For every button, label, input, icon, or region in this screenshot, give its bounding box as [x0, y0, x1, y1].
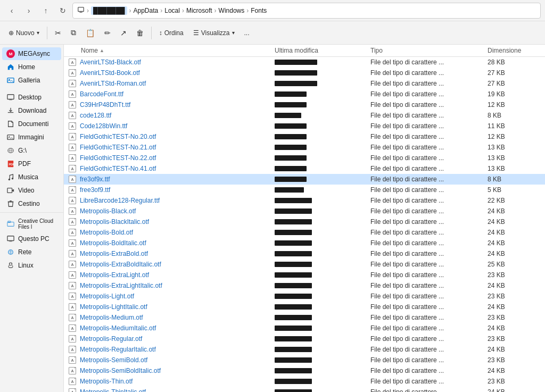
share-button[interactable]: ↗	[116, 27, 131, 39]
date-bar	[275, 336, 312, 341]
table-row[interactable]: A FieldGothicTEST-No.22.otf File del tip…	[64, 153, 545, 163]
table-row[interactable]: A FieldGothicTEST-No.41.otf File del tip…	[64, 163, 545, 174]
view-button[interactable]: ☰ Visualizza ▾	[189, 27, 239, 39]
file-list[interactable]: A AvenirLTStd-Black.otf File del tipo di…	[64, 57, 545, 392]
up-button[interactable]: ↑	[38, 3, 53, 18]
breadcrumb-username[interactable]: ███████	[91, 6, 127, 15]
table-row[interactable]: A Metropolis-ExtraBoldItalic.otf File de…	[64, 259, 545, 270]
sidebar-item-questo-pc[interactable]: Questo PC	[2, 232, 61, 245]
table-row[interactable]: A Metropolis-RegularItalic.otf File del …	[64, 344, 545, 355]
paste-button[interactable]: 📋	[81, 27, 99, 39]
table-row[interactable]: A AvenirLTStd-Roman.otf File del tipo di…	[64, 78, 545, 89]
file-list-header[interactable]: Nome ▲ Ultima modifica Tipo Dimensione	[64, 45, 545, 57]
table-row[interactable]: A C39HrP48DhTt.ttf File del tipo di cara…	[64, 99, 545, 110]
sidebar-item-megasync[interactable]: M MEGAsync	[2, 47, 61, 60]
date-bar	[275, 304, 312, 310]
sidebar-item-video[interactable]: Video 📌	[2, 184, 61, 197]
sidebar-item-download[interactable]: Download 📌	[2, 104, 61, 117]
table-row[interactable]: A AvenirLTStd-Black.otf File del tipo di…	[64, 57, 545, 68]
table-row[interactable]: A free3of9.ttf File del tipo di caratter…	[64, 185, 545, 195]
sidebar-item-linux[interactable]: Linux	[2, 259, 61, 272]
table-row[interactable]: A fre3of9x.ttf File del tipo di caratter…	[64, 174, 545, 185]
table-row[interactable]: A Metropolis-ExtraLight.otf File del tip…	[64, 270, 545, 280]
table-row[interactable]: A FieldGothicTEST-No.20.otf File del tip…	[64, 131, 545, 142]
file-date-cell	[275, 230, 370, 235]
delete-button[interactable]: 🗑	[132, 27, 148, 39]
sidebar-item-rete[interactable]: Rete	[2, 246, 61, 258]
file-name-label: BarcodeFont.ttf	[80, 90, 123, 98]
table-row[interactable]: A Metropolis-ExtraLightItalic.otf File d…	[64, 280, 545, 291]
cut-button[interactable]: ✂	[51, 27, 65, 39]
table-row[interactable]: A AvenirLTStd-Book.otf File del tipo di …	[64, 68, 545, 78]
table-row[interactable]: A Metropolis-Thin.otf File del tipo di c…	[64, 376, 545, 387]
file-name-cell: A Metropolis-Thin.otf	[68, 377, 275, 386]
title-bar: ‹ › ↑ ↻ › ███████ › AppData › Local › Mi…	[0, 0, 545, 21]
table-row[interactable]: A FieldGothicTEST-No.21.otf File del tip…	[64, 142, 545, 153]
file-type-cell: File del tipo di carattere ...	[370, 271, 488, 279]
file-date-cell	[275, 70, 370, 76]
table-row[interactable]: A Metropolis-Regular.otf File del tipo d…	[64, 333, 545, 344]
breadcrumb-appdata[interactable]: AppData	[134, 7, 159, 14]
date-bar	[275, 70, 317, 76]
col-size-header[interactable]: Dimensione	[488, 47, 541, 54]
file-name-label: Metropolis-Thin.otf	[80, 378, 133, 385]
col-modified-header[interactable]: Ultima modifica	[275, 47, 370, 54]
date-bar	[275, 155, 307, 161]
sidebar-item-desktop[interactable]: Desktop 📌	[2, 91, 61, 104]
table-row[interactable]: A Metropolis-ThinItalic.otf File del tip…	[64, 387, 545, 392]
breadcrumb[interactable]: › ███████ › AppData › Local › Microsoft …	[72, 3, 541, 19]
date-bar	[275, 198, 312, 203]
table-row[interactable]: A Metropolis-ExtraBold.otf File del tipo…	[64, 248, 545, 259]
table-row[interactable]: A Metropolis-Medium.otf File del tipo di…	[64, 312, 545, 323]
font-file-icon: A	[68, 260, 77, 269]
breadcrumb-fonts[interactable]: Fonts	[251, 7, 267, 14]
back-button[interactable]: ‹	[4, 3, 19, 18]
download-icon	[6, 106, 15, 115]
col-type-header[interactable]: Tipo	[370, 47, 488, 54]
toolbar: ⊕ Nuovo ▾ ✂ ⧉ 📋 ✏ ↗ 🗑 ↕ Ordina ☰ Visuali…	[0, 21, 545, 45]
sidebar-item-cestino[interactable]: Cestino 📌	[2, 197, 61, 210]
table-row[interactable]: A Metropolis-Black.otf File del tipo di …	[64, 206, 545, 216]
table-row[interactable]: A Metropolis-BlackItalic.otf File del ti…	[64, 216, 545, 227]
sidebar-item-home[interactable]: Home	[2, 61, 61, 73]
more-button[interactable]: ...	[240, 27, 254, 39]
table-row[interactable]: A LibreBarcode128-Regular.ttf File del t…	[64, 195, 545, 206]
file-name-label: Metropolis-ExtraLightItalic.otf	[80, 282, 162, 289]
breadcrumb-item-pc[interactable]	[77, 6, 85, 15]
table-row[interactable]: A Code128bWin.ttf File del tipo di carat…	[64, 121, 545, 131]
file-size-cell: 24 KB	[488, 324, 541, 332]
copy-button[interactable]: ⧉	[67, 26, 80, 39]
breadcrumb-windows[interactable]: Windows	[219, 7, 245, 14]
breadcrumb-local[interactable]: Local	[164, 7, 180, 14]
sidebar-item-musica[interactable]: Musica 📌	[2, 171, 61, 184]
table-row[interactable]: A code128.ttf File del tipo di carattere…	[64, 110, 545, 121]
sidebar-galleria-label: Galleria	[18, 77, 40, 84]
refresh-button[interactable]: ↻	[55, 3, 70, 18]
new-button[interactable]: ⊕ Nuovo ▾	[4, 27, 44, 39]
table-row[interactable]: A Metropolis-SemiBoldItalic.otf File del…	[64, 365, 545, 376]
date-bar	[275, 326, 312, 331]
sidebar-item-documenti[interactable]: Documenti 📌	[2, 118, 61, 130]
sidebar-item-pdf[interactable]: PDF PDF 📌	[2, 157, 61, 170]
date-bar	[275, 347, 312, 352]
cloud-icon	[6, 220, 15, 228]
sidebar-item-immagini[interactable]: Immagini 📌	[2, 131, 61, 144]
table-row[interactable]: A BarcodeFont.ttf File del tipo di carat…	[64, 89, 545, 99]
table-row[interactable]: A Metropolis-Light.otf File del tipo di …	[64, 291, 545, 302]
file-name-label: Metropolis-Black.otf	[80, 207, 136, 215]
table-row[interactable]: A Metropolis-SemiBold.otf File del tipo …	[64, 355, 545, 365]
sidebar-item-creative-cloud[interactable]: Creative Cloud Files l	[2, 216, 61, 232]
forward-button[interactable]: ›	[21, 3, 36, 18]
table-row[interactable]: A Metropolis-MediumItalic.otf File del t…	[64, 323, 545, 333]
date-bar	[275, 219, 312, 224]
breadcrumb-microsoft[interactable]: Microsoft	[186, 7, 212, 14]
table-row[interactable]: A Metropolis-LightItalic.otf File del ti…	[64, 302, 545, 312]
rename-button[interactable]: ✏	[100, 27, 115, 39]
sidebar-item-g-drive[interactable]: G:\ 📌	[2, 144, 61, 157]
sort-button[interactable]: ↕ Ordina	[155, 27, 188, 39]
table-row[interactable]: A Metropolis-BoldItalic.otf File del tip…	[64, 238, 545, 248]
date-bar	[275, 283, 312, 288]
table-row[interactable]: A Metropolis-Bold.otf File del tipo di c…	[64, 227, 545, 238]
sidebar-item-galleria[interactable]: Galleria	[2, 74, 61, 87]
col-name-header[interactable]: Nome ▲	[68, 47, 275, 54]
